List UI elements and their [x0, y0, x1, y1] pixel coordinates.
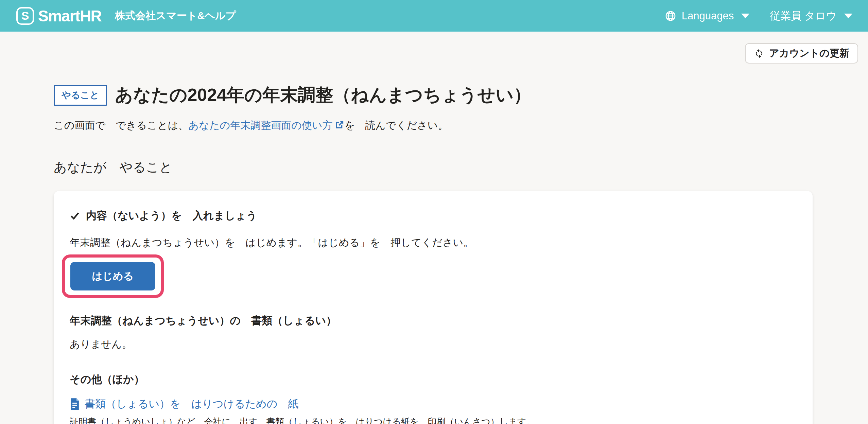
documents-empty-text: ありません。	[70, 337, 797, 351]
content: やること あなたの2024年の年末調整（ねんまつちょうせい） この画面で できる…	[0, 32, 868, 424]
check-icon	[70, 211, 80, 221]
chevron-down-icon	[844, 14, 852, 18]
other-heading: その他（ほか）	[70, 372, 797, 387]
account-update-label: アカウントの更新	[769, 47, 849, 60]
task-title-row: 内容（ないよう）を 入れましょう	[70, 209, 797, 223]
main-area: アカウントの更新 やること あなたの2024年の年末調整（ねんまつちょうせい） …	[0, 32, 868, 424]
smarthr-logo-text: SmartHR	[38, 7, 101, 25]
chevron-down-icon	[741, 14, 749, 18]
start-button[interactable]: はじめる	[70, 262, 155, 290]
usage-guide-link[interactable]: あなたの年末調整画面の使い方	[188, 120, 344, 131]
highlight-ring: はじめる	[62, 254, 164, 298]
todo-badge: やること	[54, 85, 107, 106]
title-row: やること あなたの2024年の年末調整（ねんまつちょうせい）	[54, 32, 814, 107]
account-update-button[interactable]: アカウントの更新	[745, 43, 858, 64]
header-right: Languages 従業員 タロウ	[665, 9, 852, 23]
user-name: 従業員 タロウ	[770, 9, 837, 23]
languages-menu[interactable]: Languages	[665, 10, 749, 22]
refresh-icon	[754, 48, 764, 59]
task-title: 内容（ないよう）を 入れましょう	[86, 209, 257, 223]
documents-heading: 年末調整（ねんまつちょうせい）の 書類（しょるい）	[70, 314, 797, 328]
page-title: あなたの2024年の年末調整（ねんまつちょうせい）	[115, 83, 532, 107]
company-name: 株式会社スマート&ヘルプ	[115, 9, 236, 23]
paper-print-link-label: 書類（しょるい）を はりつけるための 紙	[85, 397, 298, 411]
intro-after-link: を 読んでください。	[345, 120, 448, 131]
intro-text: この画面で できることは、あなたの年末調整画面の使い方を 読んでください。	[54, 119, 814, 133]
intro-before-link: この画面で できることは、	[54, 120, 188, 131]
todo-card: 内容（ないよう）を 入れましょう 年末調整（ねんまつちょうせい）を はじめます。…	[54, 191, 813, 424]
user-menu[interactable]: 従業員 タロウ	[770, 9, 852, 23]
smarthr-logo-icon: S	[16, 7, 34, 25]
paper-print-link[interactable]: 書類（しょるい）を はりつけるための 紙	[70, 397, 298, 411]
usage-guide-link-label: あなたの年末調整画面の使い方	[188, 120, 332, 131]
globe-icon	[665, 10, 676, 22]
external-link-icon	[334, 121, 345, 132]
logo-group[interactable]: S SmartHR 株式会社スマート&ヘルプ	[16, 7, 236, 25]
languages-label: Languages	[682, 10, 734, 22]
other-description: 証明書（しょうめいしょ）など 会社に 出す 書類（しょるい）を はりつける紙を …	[70, 416, 797, 424]
app-header: S SmartHR 株式会社スマート&ヘルプ Languages 従業員 タロウ	[0, 0, 868, 32]
document-icon	[70, 398, 80, 410]
section-heading: あなたが やること	[54, 159, 814, 176]
task-description: 年末調整（ねんまつちょうせい）を はじめます。「はじめる」を 押してください。	[70, 236, 797, 250]
